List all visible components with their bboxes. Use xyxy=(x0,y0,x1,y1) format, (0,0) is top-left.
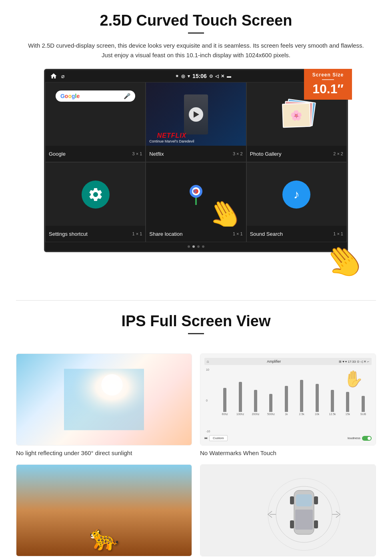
amp-bar-group: 1k xyxy=(280,386,293,415)
sound-app-name: Sound Search xyxy=(250,231,283,237)
amp-bar-label: 15k xyxy=(346,413,350,415)
amp-custom-btn[interactable]: Custom xyxy=(209,435,228,441)
amp-y-0: 0 xyxy=(206,399,215,402)
amp-home-icon: ⌂ xyxy=(207,359,209,363)
google-cell-inner: Google 🎤 xyxy=(46,82,145,147)
amp-bar xyxy=(269,394,272,412)
amp-bar xyxy=(316,384,319,412)
close-icon: ✕ xyxy=(221,74,224,79)
app-cell-settings[interactable]: Settings shortcut 1 × 1 xyxy=(45,162,146,242)
section1-title: 2.5D Curved Touch Screen xyxy=(24,12,368,29)
netflix-cell-inner: NETFLIX Continue Marvel's Daredevil xyxy=(146,82,246,147)
netflix-subtitle: Continue Marvel's Daredevil xyxy=(149,139,194,143)
badge-underline xyxy=(322,79,334,80)
section2-underline xyxy=(188,333,204,334)
settings-label-row: Settings shortcut 1 × 1 xyxy=(46,226,145,242)
loudness-label: loudness xyxy=(348,436,360,440)
amp-bar-group: 200hz xyxy=(249,390,262,415)
toggle-pill[interactable] xyxy=(362,436,372,441)
svg-text:G: G xyxy=(193,189,196,194)
netflix-label-row: Netflix 3 × 2 xyxy=(146,146,246,162)
netflix-app-size: 3 × 2 xyxy=(233,151,243,156)
amp-bar-label: 2.5k xyxy=(299,413,304,415)
amp-bar-group: SUB xyxy=(356,396,370,415)
amp-bar-group: 60hz xyxy=(218,388,232,415)
amp-bar xyxy=(300,380,303,412)
usb-icon: ⌀ xyxy=(61,73,64,79)
settings-icon-circle xyxy=(82,181,110,209)
amp-bar-group: 15k xyxy=(341,392,354,415)
bluetooth-icon: ✴ xyxy=(175,74,179,79)
dot-3 xyxy=(197,245,200,248)
amp-bar-label: 10k xyxy=(315,413,319,415)
feature-watermark: ⌂ Amplifier ⊞ ♥ ▾ 17:33 ⊙ ◁ ✕ ⌐ 10 0 -10… xyxy=(200,353,376,456)
gear-icon xyxy=(88,187,104,203)
google-search-bar[interactable]: Google 🎤 xyxy=(56,90,135,102)
feature-grid: No light reflecting under 360° direct su… xyxy=(0,353,392,558)
title-underline xyxy=(188,32,204,34)
amplifier-visual: ⌂ Amplifier ⊞ ♥ ▾ 17:33 ⊙ ◁ ✕ ⌐ 10 0 -10… xyxy=(200,354,376,445)
app-cell-sound[interactable]: ♪ Sound Search 1 × 1 xyxy=(246,162,347,242)
time-display: 15:06 xyxy=(192,73,207,79)
mic-icon: 🎤 xyxy=(124,93,130,99)
photo-flower: 🌸 xyxy=(283,104,310,127)
wifi-icon: ▾ xyxy=(188,74,190,79)
settings-app-size: 1 × 1 xyxy=(132,231,142,236)
amp-bar xyxy=(285,386,288,412)
svg-rect-14 xyxy=(314,520,318,528)
svg-rect-10 xyxy=(295,510,313,530)
amp-title: Amplifier xyxy=(267,359,281,363)
google-app-name: Google xyxy=(49,151,66,157)
car-top-view xyxy=(264,474,312,546)
amp-bar xyxy=(346,392,349,412)
app-cell-netflix[interactable]: NETFLIX Continue Marvel's Daredevil Netf… xyxy=(146,82,246,162)
device-frame: ⌀ ✴ ◎ ▾ 15:06 ⊙ ◁ ✕ ▬ xyxy=(44,69,348,252)
feature-angle: Large Viewing Angle xyxy=(200,464,376,558)
amp-bar-label: 200hz xyxy=(252,413,259,415)
settings-cell-inner xyxy=(46,163,145,227)
toggle-circle xyxy=(368,437,371,440)
car-angle-svg xyxy=(264,474,344,554)
location-cell-inner: G 🤚 xyxy=(146,163,246,227)
sunlight-label: No light reflecting under 360° direct su… xyxy=(16,450,192,456)
amp-bar-label: 60hz xyxy=(222,413,228,415)
volume-icon: ◁ xyxy=(215,74,218,79)
amp-bar xyxy=(223,388,226,412)
pagination xyxy=(45,242,347,251)
svg-rect-13 xyxy=(290,520,294,528)
screen-size-badge: Screen Size 10.1″ xyxy=(304,69,352,100)
play-button[interactable] xyxy=(189,107,203,122)
sound-cell-inner: ♪ xyxy=(247,163,346,227)
gallery-app-size: 2 × 2 xyxy=(333,151,343,156)
amp-bar xyxy=(362,396,365,412)
amp-bar-label: 1k xyxy=(285,413,288,415)
app-cell-google[interactable]: Google 🎤 Google 3 × 1 xyxy=(45,82,146,162)
minimize-icon: ▬ xyxy=(227,74,231,78)
svg-point-5 xyxy=(101,374,122,395)
amp-bar-group: 10k xyxy=(310,384,324,415)
sunlight-svg xyxy=(64,359,144,440)
amp-bar xyxy=(239,382,242,412)
hand-pointing-icon: 🤚 xyxy=(201,191,246,227)
netflix-logo: NETFLIX xyxy=(149,132,194,139)
settings-app-name: Settings shortcut xyxy=(49,231,88,237)
location-app-size: 1 × 1 xyxy=(233,231,243,236)
photo-card-3: 🌸 xyxy=(282,103,311,128)
app-grid: Google 🎤 Google 3 × 1 xyxy=(45,82,347,242)
section1-description: With 2.5D curved-display screen, this de… xyxy=(24,41,368,60)
amplifier-image: ⌂ Amplifier ⊞ ♥ ▾ 17:33 ⊙ ◁ ✕ ⌐ 10 0 -10… xyxy=(200,353,376,446)
amp-bar xyxy=(254,390,257,412)
camera-icon: ⊙ xyxy=(209,74,213,79)
app-cell-location[interactable]: G 🤚 Share location 1 × 1 xyxy=(146,162,246,242)
home-icon xyxy=(50,72,57,80)
amp-status-icons: ⊞ ♥ ▾ 17:33 ⊙ ◁ ✕ ⌐ xyxy=(339,360,369,363)
amp-bar-label: SUB xyxy=(360,413,366,415)
location-app-name: Share location xyxy=(149,231,182,237)
google-logo: Google xyxy=(60,93,80,99)
google-label-row: Google 3 × 1 xyxy=(46,146,145,162)
status-icons: ✴ ◎ ▾ 15:06 ⊙ ◁ ✕ ▬ xyxy=(175,73,231,79)
maps-icon: G xyxy=(186,183,206,207)
location-label-row: Share location 1 × 1 xyxy=(146,226,246,242)
cheetah-visual: 🐆 xyxy=(16,465,192,556)
feature-sunlight: No light reflecting under 360° direct su… xyxy=(16,353,192,456)
